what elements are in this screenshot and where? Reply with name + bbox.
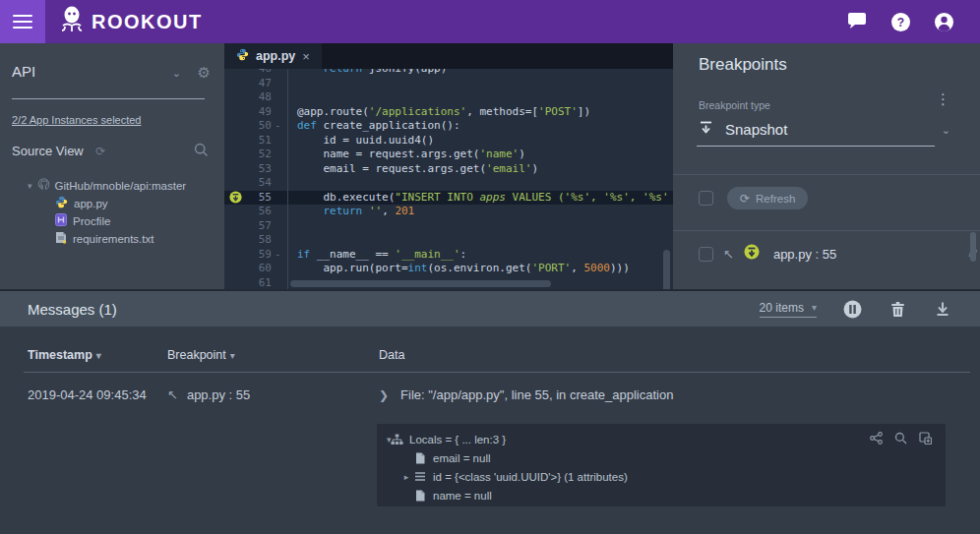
line-number[interactable]: 48 <box>246 90 272 105</box>
tab-app-py[interactable]: app.py × <box>224 43 322 69</box>
download-icon[interactable] <box>933 299 952 319</box>
breakpoint-list-item[interactable]: ↖ app.py : 55 ✎ <box>699 244 964 264</box>
search-icon[interactable] <box>194 143 209 161</box>
hamburger-menu-button[interactable] <box>0 0 45 43</box>
code-text: @app.route('/applications', methods=['PO… <box>287 105 673 120</box>
fold-marker[interactable]: - <box>272 119 285 134</box>
breakpoint-gutter[interactable] <box>224 205 246 219</box>
pause-icon[interactable] <box>842 299 862 319</box>
gear-icon[interactable]: ⚙ <box>198 64 211 82</box>
locals-child-row[interactable]: ▸id = {<class 'uuid.UUID'>} (1 attribute… <box>377 467 946 486</box>
breakpoint-type-select[interactable]: Snapshot ⌄ <box>699 120 935 139</box>
editor-vertical-scrollbar[interactable] <box>663 250 670 289</box>
locals-child-label: id = {<class 'uuid.UUID'>} (1 attributes… <box>433 471 628 483</box>
breakpoint-icon[interactable] <box>224 191 246 206</box>
line-number[interactable]: 46 <box>246 69 272 77</box>
line-number[interactable]: 60 <box>246 262 272 276</box>
line-number[interactable]: 53 <box>246 162 272 177</box>
refresh-button[interactable]: ⟳ Refresh <box>727 187 808 209</box>
code-line-52: 52 name = request.args.get('name') <box>224 148 673 162</box>
code-text <box>287 219 673 234</box>
line-number[interactable]: 56 <box>246 205 272 219</box>
line-number[interactable]: 55 <box>246 191 272 206</box>
line-number[interactable]: 52 <box>246 148 272 162</box>
list-icon <box>412 471 428 482</box>
tree-file-procfile[interactable]: Procfile <box>0 212 224 230</box>
select-all-checkbox[interactable] <box>699 191 713 206</box>
fold-gutter <box>272 262 285 276</box>
kebab-menu-icon[interactable]: ⋮ <box>936 90 950 108</box>
breakpoint-gutter[interactable] <box>224 248 246 263</box>
line-number[interactable]: 49 <box>246 105 272 120</box>
tab-label: app.py <box>256 49 295 63</box>
breakpoint-gutter[interactable] <box>224 219 246 234</box>
editor-horizontal-scrollbar[interactable] <box>290 280 551 287</box>
line-number[interactable]: 51 <box>246 134 272 148</box>
fold-gutter <box>272 105 285 120</box>
breakpoint-gutter[interactable] <box>224 69 246 77</box>
fold-gutter <box>272 134 285 148</box>
breakpoint-gutter[interactable] <box>224 176 246 191</box>
trash-icon[interactable] <box>888 299 907 319</box>
app-instances-link[interactable]: 2/2 App Instances selected <box>12 114 141 126</box>
breakpoint-gutter[interactable] <box>224 233 246 248</box>
locals-root-row[interactable]: ▾ Locals = { ... len:3 } <box>377 430 946 448</box>
breakpoint-gutter[interactable] <box>224 119 246 134</box>
tree-file-requirements-txt[interactable]: requirements.txt <box>0 230 224 248</box>
chat-icon[interactable] <box>846 11 868 32</box>
message-row[interactable]: 2019-04-24 09:45:34 ↖ app.py : 55 ❯ File… <box>0 387 980 413</box>
code-line-60: 60 app.run(port=int(os.environ.get('PORT… <box>224 262 673 276</box>
line-number[interactable]: 50 <box>246 119 272 134</box>
breakpoint-gutter[interactable] <box>224 134 246 148</box>
tab-close-icon[interactable]: × <box>302 49 310 64</box>
locals-actions <box>870 432 932 445</box>
fold-gutter <box>272 176 285 191</box>
caret-right-icon[interactable]: ▸ <box>400 472 412 482</box>
chevron-down-icon: ▾ <box>812 302 817 313</box>
tree-root-repo[interactable]: ▾ GitHub/mnoble/api:master <box>0 177 224 195</box>
divider <box>673 174 980 175</box>
breakpoints-scrollbar[interactable] <box>970 232 976 262</box>
column-header-breakpoint[interactable]: Breakpoint▾ <box>167 348 235 362</box>
line-number[interactable]: 58 <box>246 233 272 248</box>
sort-arrow-icon: ▾ <box>96 350 101 361</box>
column-header-timestamp[interactable]: Timestamp▾ <box>28 348 101 362</box>
procfile-icon <box>55 212 67 230</box>
line-number[interactable]: 57 <box>246 219 272 234</box>
breakpoint-entry-label: app.py : 55 <box>773 247 836 262</box>
chevron-down-icon: ⌄ <box>942 124 950 137</box>
code-content: 46 return jsonify(app)474849@app.route('… <box>224 69 673 289</box>
northwest-arrow-icon: ↖ <box>167 387 178 402</box>
search-icon[interactable] <box>894 432 907 445</box>
rookout-app: ROOKOUT ? API ⌄ ⚙ 2/2 App Instances sele… <box>0 0 980 534</box>
sort-arrow-icon: ▾ <box>230 350 235 361</box>
fold-marker[interactable]: - <box>272 248 285 263</box>
account-icon[interactable] <box>933 11 954 32</box>
help-icon[interactable]: ? <box>889 11 911 32</box>
breakpoint-gutter[interactable] <box>224 162 246 177</box>
line-number[interactable]: 59 <box>246 248 272 263</box>
breakpoint-gutter[interactable] <box>224 262 246 276</box>
breakpoint-gutter[interactable] <box>224 148 246 162</box>
share-icon[interactable] <box>870 432 883 445</box>
messages-panel: Messages (1) 20 items ▾ Timestamp▾ <box>0 289 980 534</box>
breakpoint-gutter[interactable] <box>224 276 246 290</box>
line-number[interactable]: 54 <box>246 176 272 191</box>
message-data-cell[interactable]: ❯ File: "/app/app.py", line 55, in creat… <box>379 387 673 402</box>
sync-icon[interactable]: ⟳ <box>95 145 105 158</box>
tree-file-app-py[interactable]: app.py <box>0 195 224 212</box>
items-per-page-select[interactable]: 20 items ▾ <box>760 301 817 318</box>
add-to-watch-icon[interactable] <box>919 432 932 445</box>
project-select[interactable]: API ⌄ ⚙ <box>12 63 213 81</box>
breakpoint-gutter[interactable] <box>224 77 246 91</box>
line-number[interactable]: 61 <box>246 276 272 290</box>
locals-child-label: email = null <box>433 452 491 464</box>
breakpoint-checkbox[interactable] <box>699 247 713 262</box>
caret-down-icon: ▾ <box>377 435 389 445</box>
messages-title: Messages (1) <box>28 301 117 318</box>
code-line-47: 47 <box>224 77 673 91</box>
main-area: API ⌄ ⚙ 2/2 App Instances selected Sourc… <box>0 43 980 289</box>
breakpoint-gutter[interactable] <box>224 105 246 120</box>
line-number[interactable]: 47 <box>246 77 272 91</box>
breakpoint-gutter[interactable] <box>224 90 246 105</box>
